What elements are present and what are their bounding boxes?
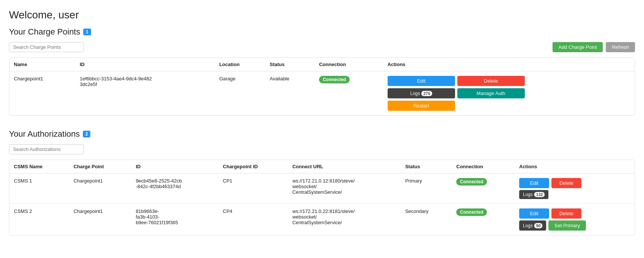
authorizations-heading: Your Authorizations 2 xyxy=(9,129,635,139)
auth-url-2: ws://172.21.0.22:8181/steve/ websocket/ … xyxy=(288,204,401,235)
charge-points-header-row: Name ID Location Status Connection Actio… xyxy=(9,58,635,71)
search-authorizations-input[interactable] xyxy=(9,144,84,154)
cp-logs-count: 275 xyxy=(421,91,432,96)
auth-col-actions: Actions xyxy=(515,160,635,174)
charge-points-section: Your Charge Points 1 Add Charge Point Re… xyxy=(9,27,635,116)
charge-points-badge: 1 xyxy=(83,29,91,35)
auth-header-row: CSMS Name Charge Point ID Chargepoint ID… xyxy=(9,160,635,174)
auth-logs-label-1: Logs xyxy=(523,192,533,197)
auth-id-1: 9ecb45e8-2525-42cb -842c-4f2bb463374d xyxy=(131,174,218,204)
auth-col-csms: CSMS Name xyxy=(9,160,69,174)
auth-col-status: Status xyxy=(401,160,452,174)
auth-cp-id-1: CP1 xyxy=(219,174,288,204)
auth-connected-badge-2: Connected xyxy=(456,208,487,216)
cp-connection: Connected xyxy=(315,71,383,116)
cp-actions-grid: Edit Delete Logs 275 Manage Auth Restart xyxy=(388,76,630,111)
auth-connection-2: Connected xyxy=(452,204,515,235)
col-actions: Actions xyxy=(383,58,635,71)
auth-connection-1: Connected xyxy=(452,174,515,204)
auth-edit-button-2[interactable]: Edit xyxy=(519,208,549,219)
auth-csms-name-2: CSMS 2 xyxy=(9,204,69,235)
manage-auth-button[interactable]: Manage Auth xyxy=(457,88,525,98)
auth-logs-count-1: 132 xyxy=(534,192,545,197)
auth-delete-button-2[interactable]: Delete xyxy=(551,208,581,219)
charge-point-row: Chargepoint1 1ef6bbcc-3153-4ae4-9dc4-9e4… xyxy=(9,71,635,116)
auth-row-1: CSMS 1 Chargepoint1 9ecb45e8-2525-42cb -… xyxy=(9,174,635,204)
cp-restart-button[interactable]: Restart xyxy=(388,101,455,111)
auth-charge-point-1: Chargepoint1 xyxy=(69,174,131,204)
cp-actions: Edit Delete Logs 275 Manage Auth Restart xyxy=(383,71,635,116)
auth-col-charge-point: Charge Point xyxy=(69,160,131,174)
auth-edit-button-1[interactable]: Edit xyxy=(519,178,549,188)
auth-charge-point-2: Chargepoint1 xyxy=(69,204,131,235)
auth-status-2: Secondary xyxy=(401,204,452,235)
cp-id: 1ef6bbcc-3153-4ae4-9dc4-9e482 3dc2e5f xyxy=(75,71,215,116)
auth-actions-row1-2: Edit Delete xyxy=(519,208,630,219)
auth-col-connection: Connection xyxy=(452,160,515,174)
auth-connected-badge-1: Connected xyxy=(456,178,487,186)
charge-points-card: Name ID Location Status Connection Actio… xyxy=(9,57,635,116)
auth-delete-button-1[interactable]: Delete xyxy=(551,178,581,188)
auth-status-1: Primary xyxy=(401,174,452,204)
authorizations-table: CSMS Name Charge Point ID Chargepoint ID… xyxy=(9,160,635,235)
auth-csms-name-1: CSMS 1 xyxy=(9,174,69,204)
cp-name: Chargepoint1 xyxy=(9,71,75,116)
authorizations-section: Your Authorizations 2 CSMS Name Charge P… xyxy=(9,129,635,235)
authorizations-toolbar xyxy=(9,144,635,154)
search-charge-points-input[interactable] xyxy=(9,42,84,52)
charge-points-heading: Your Charge Points 1 xyxy=(9,27,635,37)
auth-col-id: ID xyxy=(131,160,218,174)
auth-actions-row2-1: Logs 132 xyxy=(519,190,630,199)
col-id: ID xyxy=(75,58,215,71)
auth-logs-button-1[interactable]: Logs 132 xyxy=(519,190,548,199)
col-name: Name xyxy=(9,58,75,71)
auth-logs-button-2[interactable]: Logs 90 xyxy=(519,220,546,231)
add-charge-point-button[interactable]: Add Charge Point xyxy=(553,42,603,52)
auth-col-url: Connect URL xyxy=(288,160,401,174)
set-primary-button-2[interactable]: Set Primary xyxy=(548,220,586,231)
auth-actions-1: Edit Delete Logs 132 xyxy=(515,174,635,204)
cp-logs-button[interactable]: Logs 275 xyxy=(388,88,455,98)
col-connection: Connection xyxy=(315,58,383,71)
auth-actions-2: Edit Delete Logs 90 Set Primary xyxy=(515,204,635,235)
auth-logs-count-2: 90 xyxy=(534,223,542,228)
refresh-button[interactable]: Refresh xyxy=(606,42,635,52)
auth-row-2: CSMS 2 Chargepoint1 81b9663e- fa3b-4103-… xyxy=(9,204,635,235)
cp-status: Available xyxy=(265,71,315,116)
auth-actions-grid-1: Edit Delete Logs 132 xyxy=(519,178,630,199)
toolbar-right: Add Charge Point Refresh xyxy=(553,42,635,52)
welcome-heading: Welcome, user xyxy=(9,9,635,21)
auth-actions-grid-2: Edit Delete Logs 90 Set Primary xyxy=(519,208,630,231)
auth-col-cp-id: Chargepoint ID xyxy=(219,160,288,174)
logs-label: Logs xyxy=(410,91,420,96)
auth-actions-row1-1: Edit Delete xyxy=(519,178,630,188)
auth-url-1: ws://172.21.0.12:8180/steve/ websocket/ … xyxy=(288,174,401,204)
charge-points-toolbar: Add Charge Point Refresh xyxy=(9,42,635,52)
auth-cp-id-2: CP4 xyxy=(219,204,288,235)
cp-location: Garage xyxy=(215,71,265,116)
connected-badge: Connected xyxy=(319,76,350,83)
col-status: Status xyxy=(265,58,315,71)
charge-points-table: Name ID Location Status Connection Actio… xyxy=(9,58,635,115)
auth-id-2: 81b9663e- fa3b-4103- b9ee-76021f19f365 xyxy=(131,204,218,235)
authorizations-card: CSMS Name Charge Point ID Chargepoint ID… xyxy=(9,160,635,235)
cp-delete-button[interactable]: Delete xyxy=(457,76,525,86)
authorizations-badge: 2 xyxy=(83,131,91,137)
auth-actions-row2-2: Logs 90 Set Primary xyxy=(519,220,630,231)
col-location: Location xyxy=(215,58,265,71)
auth-logs-label-2: Logs xyxy=(523,223,533,228)
cp-edit-button[interactable]: Edit xyxy=(388,76,455,86)
